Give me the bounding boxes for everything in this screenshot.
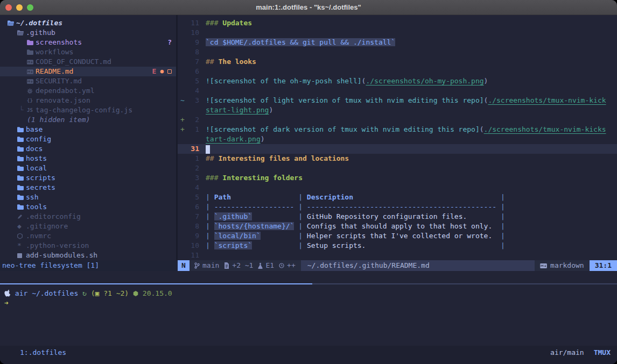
editor-line[interactable]: 4 xyxy=(178,86,617,96)
editor-line[interactable]: start-light.png) xyxy=(178,105,617,115)
maximize-button[interactable] xyxy=(27,4,33,11)
line-number: 4 xyxy=(185,86,199,96)
git-sync-icon: ↻ xyxy=(82,289,87,298)
tree-item-screenshots[interactable]: screenshots? xyxy=(0,38,176,47)
tree-item--gitignore[interactable]: ◆.gitignore xyxy=(0,222,176,231)
cursor xyxy=(206,145,210,154)
editor-line[interactable]: 1## Interesting files and locations xyxy=(178,154,617,163)
script-icon xyxy=(17,253,26,258)
editor-line[interactable]: 6| ------------------- | ---------------… xyxy=(178,202,617,212)
tree-item-docs[interactable]: docs xyxy=(0,144,176,154)
hexagon-icon xyxy=(17,233,26,239)
gear-icon xyxy=(27,88,36,94)
tmux-window-label[interactable]: 1:.dotfiles xyxy=(20,348,66,358)
line-number: 10 xyxy=(185,241,199,251)
tree-item-local[interactable]: local xyxy=(0,163,176,173)
active-pane-border xyxy=(0,283,312,284)
line-number: 3 xyxy=(185,173,199,183)
tree-item--python-version[interactable]: *.python-version xyxy=(0,241,176,251)
tmux-statusbar: 1:.dotfiles air/main TMUX xyxy=(0,346,617,364)
editor-line[interactable]: 8| `hosts/{hostname}/` | Configs that sh… xyxy=(178,222,617,231)
editor-line[interactable]: 31 xyxy=(178,144,617,154)
editor-buffer[interactable]: 11### Updates109`cd $HOME/.dotfiles && g… xyxy=(178,15,617,260)
editor-line[interactable]: 5![screenshot of the oh-my-posh shell](.… xyxy=(178,76,617,86)
tree-item-dependabot-yml[interactable]: dependabot.yml xyxy=(0,86,176,96)
folder-icon xyxy=(17,175,26,181)
tree-item--editorconfig[interactable]: .editorconfig xyxy=(0,212,176,222)
terminal-window: main:1:.dotfiles - "ks~/.dotfiles" ~/.do… xyxy=(0,0,617,364)
editor-line[interactable]: 2 xyxy=(178,163,617,173)
editor-line[interactable]: 8 xyxy=(178,47,617,57)
tmux-pane-divider[interactable] xyxy=(0,283,617,284)
node-icon xyxy=(133,291,138,297)
tree-item-renovate-json[interactable]: {}renovate.json xyxy=(0,96,176,105)
git-branch-icon xyxy=(194,262,200,269)
file-md-icon xyxy=(27,69,36,74)
close-button[interactable] xyxy=(5,4,12,11)
tree-item-label: renovate.json xyxy=(36,96,90,105)
tree-item-scripts[interactable]: scripts xyxy=(0,173,176,183)
folder-icon xyxy=(17,127,26,132)
line-number: 7 xyxy=(185,212,199,222)
editor-line[interactable]: 9| `local/bin` | Helper scripts that I'v… xyxy=(178,231,617,241)
tree-item-label: README.md xyxy=(36,67,73,76)
tree-item-code-of-conduct-md[interactable]: CODE_OF_CONDUCT.md xyxy=(0,57,176,67)
shell-pane[interactable]: air ~/.dotfiles ↻ (▣ ?1 ~2) 20.15.0 ➜ xyxy=(0,289,617,308)
titlebar: main:1:.dotfiles - "ks~/.dotfiles" xyxy=(0,0,617,15)
tree-item--github[interactable]: .github xyxy=(0,28,176,38)
tree-item-label: ~/.dotfiles xyxy=(16,18,62,28)
tree-item-base[interactable]: base xyxy=(0,125,176,134)
tree-item-tag-changelog-config-js[interactable]: └JStag-changelog-config.js xyxy=(0,105,176,115)
tree-item-tools[interactable]: tools xyxy=(0,202,176,212)
line-text: ### Interesting folders xyxy=(206,173,303,183)
line-number: 7 xyxy=(185,57,199,67)
editor-line[interactable]: 10| `scripts` | Setup scripts. | xyxy=(178,241,617,251)
traffic-lights xyxy=(5,0,33,15)
tree-item--nvmrc[interactable]: .nvmrc xyxy=(0,231,176,241)
sign-column xyxy=(178,241,185,251)
tree-item-readme-md[interactable]: README.mdE● xyxy=(0,67,176,76)
editor-line[interactable]: +1![screenshot of dark version of tmux w… xyxy=(178,125,617,134)
tree-item--dotfiles[interactable]: ~/.dotfiles xyxy=(0,18,176,28)
tree-item-ssh[interactable]: ssh xyxy=(0,192,176,202)
line-text: ![screenshot of light version of tmux wi… xyxy=(206,96,606,105)
tree-item-add-submodules-sh[interactable]: add-submodules.sh xyxy=(0,251,176,260)
line-text: | `hosts/{hostname}/` | Configs that sho… xyxy=(206,222,505,231)
tree-item-config[interactable]: config xyxy=(0,134,176,144)
editor-line[interactable]: 7| `.github` | GitHub Repository configu… xyxy=(178,212,617,222)
line-number: 11 xyxy=(185,18,199,28)
tree-item--1-hidden-item-[interactable]: (1 hidden item) xyxy=(0,115,176,125)
tree-item-secrets[interactable]: secrets xyxy=(0,183,176,192)
editor-line[interactable]: 11 xyxy=(178,251,617,260)
editor-line[interactable]: 4 xyxy=(178,183,617,192)
minimize-button[interactable] xyxy=(16,4,23,11)
editor-line[interactable]: tart-dark.png) xyxy=(178,134,617,144)
editor-line[interactable]: 10 xyxy=(178,28,617,38)
sign-column xyxy=(178,183,185,192)
tree-item-workflows[interactable]: workflows xyxy=(0,47,176,57)
gitsign-change: ~ xyxy=(178,96,185,105)
line-number: 6 xyxy=(185,67,199,76)
line-text: ![screenshot of the oh-my-posh shell](./… xyxy=(206,76,488,86)
window-title: main:1:.dotfiles - "ks~/.dotfiles" xyxy=(256,3,361,11)
tree-item-label: SECURITY.md xyxy=(36,76,82,86)
line-text: ### Updates xyxy=(206,18,252,28)
sign-column xyxy=(178,173,185,183)
sign-column xyxy=(178,222,185,231)
editor-line[interactable]: 6 xyxy=(178,67,617,76)
clock-icon xyxy=(279,263,284,268)
prompt-input-line[interactable]: ➜ xyxy=(0,298,617,308)
editor-line[interactable]: ~3![screenshot of light version of tmux … xyxy=(178,96,617,105)
tree-item-label: docs xyxy=(26,144,43,154)
editor-line[interactable]: 11### Updates xyxy=(178,18,617,28)
editor-line[interactable]: 3### Interesting folders xyxy=(178,173,617,183)
editor-line[interactable]: +2 xyxy=(178,115,617,125)
git-branch-label: main xyxy=(202,261,219,270)
editor-line[interactable]: 7## The looks xyxy=(178,57,617,67)
editor-line[interactable]: 9`cd $HOME/.dotfiles && git pull && ./in… xyxy=(178,38,617,47)
tree-item-label: .github xyxy=(26,28,55,38)
editor-line[interactable]: 5| Path | Description | xyxy=(178,192,617,202)
tree-item-security-md[interactable]: SECURITY.md xyxy=(0,76,176,86)
line-text: ## Interesting files and locations xyxy=(206,154,349,163)
tree-item-hosts[interactable]: hosts xyxy=(0,154,176,163)
